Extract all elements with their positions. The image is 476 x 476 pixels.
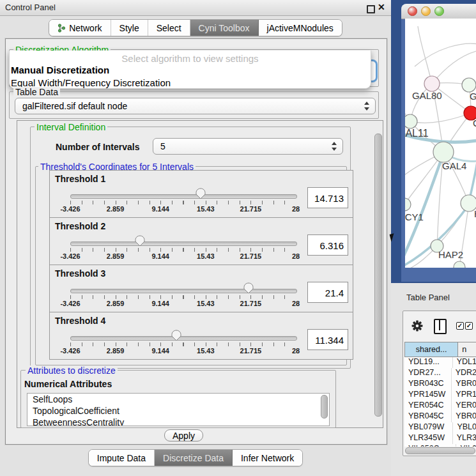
zoom-light[interactable] <box>434 6 444 16</box>
tab-style[interactable]: Style <box>111 20 148 36</box>
gear-icon[interactable] <box>411 320 423 332</box>
slider-ticks <box>70 201 296 204</box>
bottom-tabs: Impute DataDiscretize DataInfer Network <box>88 449 303 466</box>
attributes-group-title: Attributes to discretize <box>26 365 118 376</box>
checkbox-checked-icon[interactable]: ✓ <box>465 322 473 330</box>
scale-label: 2.859 <box>107 347 125 355</box>
popup-option[interactable]: Manual Discretization <box>10 64 371 77</box>
cell-name: YBL0 <box>452 422 476 433</box>
list-scrollbar[interactable] <box>321 395 328 418</box>
bottom-tab-row: Impute DataDiscretize DataInfer Network <box>0 449 391 466</box>
column-header-shared[interactable]: shared... <box>404 342 458 357</box>
network-canvas[interactable]: GAL80GAGAL11CGAL4GCY1HHAP2 <box>405 19 476 268</box>
slider-track[interactable] <box>70 242 297 246</box>
close-light[interactable] <box>408 6 417 16</box>
table-row[interactable]: YDL19...YDL1 <box>404 357 476 368</box>
network-node[interactable] <box>405 114 417 128</box>
network-node-label: HAP2 <box>438 249 463 260</box>
threshold-slider[interactable]: -3.4262.8599.14415.4321.71528 <box>70 265 296 312</box>
combo-stepper-icon[interactable] <box>364 102 369 111</box>
settings-scroll-panel: Interval Definition Number of Intervals … <box>17 120 383 428</box>
network-edge[interactable] <box>418 26 432 84</box>
threshold-value-field[interactable]: 21.4 <box>307 282 348 303</box>
threshold-value-field[interactable]: 11.344 <box>307 329 348 350</box>
top-tab-row: NetworkStyleSelectCyni ToolboxjActiveMNo… <box>0 19 391 36</box>
tab-jactivemnodules[interactable]: jActiveMNodules <box>259 20 342 36</box>
scale-label: 28 <box>292 252 300 260</box>
minimize-light[interactable] <box>421 6 431 16</box>
split-columns-icon[interactable] <box>434 319 447 334</box>
network-window-titlebar <box>401 4 476 19</box>
slider-scale-labels: -3.4262.8599.14415.4321.71528 <box>70 300 296 309</box>
app-screen: Control Panel ✕ NetworkStyleSelectCyni T… <box>0 0 476 476</box>
table-row[interactable]: YBR043CYBR0 <box>404 379 476 390</box>
table-row[interactable]: YIL052CYIL0 <box>404 444 476 447</box>
num-intervals-label: Number of Intervals <box>56 142 139 152</box>
table-row[interactable]: YER054CYER0 <box>404 401 476 411</box>
scale-label: 15.43 <box>197 205 215 213</box>
float-window-icon[interactable] <box>367 5 375 13</box>
popup-option[interactable]: Equal Width/Frequency Discretization <box>10 77 371 89</box>
column-header-name[interactable]: n <box>458 342 476 357</box>
tab-cyni-toolbox[interactable]: Cyni Toolbox <box>190 20 259 36</box>
cell-name: YIL0 <box>456 444 476 447</box>
threshold-slider[interactable]: -3.4262.8599.14415.4321.71528 <box>70 312 296 359</box>
tab-impute-data[interactable]: Impute Data <box>89 450 155 466</box>
attribute-list-item[interactable]: BetweennessCentrality <box>27 417 329 426</box>
attribute-list-item[interactable]: SelfLoops <box>27 394 329 405</box>
numerical-attributes-list[interactable]: SelfLoopsTopologicalCoefficientBetweenne… <box>27 393 330 426</box>
network-node-label: GCY1 <box>405 211 424 222</box>
network-node[interactable] <box>433 142 454 162</box>
scale-label: -3.426 <box>60 252 80 260</box>
network-node-label: GAL11 <box>405 128 429 139</box>
scale-label: 21.715 <box>240 347 262 355</box>
slider-thumb[interactable] <box>243 282 254 294</box>
slider-thumb[interactable] <box>171 330 181 341</box>
combo-stepper-icon[interactable] <box>332 142 337 151</box>
network-node[interactable] <box>454 261 465 268</box>
scale-label: 9.144 <box>151 205 169 213</box>
checkbox-checked-icon[interactable]: ✓ <box>456 322 464 330</box>
cell-shared-name: YDR27... <box>404 368 451 379</box>
slider-thumb[interactable] <box>135 235 145 247</box>
threshold-value-field[interactable]: 6.316 <box>307 234 348 256</box>
slider-track[interactable] <box>70 289 297 293</box>
attribute-list-item[interactable]: TopologicalCoefficient <box>27 405 329 417</box>
tab-discretize-data[interactable]: Discretize Data <box>155 450 233 466</box>
cell-name: YER0 <box>451 401 476 411</box>
network-edge[interactable] <box>405 267 459 268</box>
table-row[interactable]: YPR145WYPR1 <box>404 390 476 401</box>
table-panel-title: Table Panel <box>406 293 450 302</box>
threshold-slider[interactable]: -3.4262.8599.14415.4321.71528 <box>70 218 296 265</box>
slider-track[interactable] <box>70 336 297 341</box>
tab-infer-network[interactable]: Infer Network <box>233 450 302 466</box>
scale-label: -3.426 <box>60 347 80 355</box>
table-row[interactable]: YBL079WYBL0 <box>404 422 476 433</box>
threshold-value-field[interactable]: 14.713 <box>307 187 348 208</box>
table-horizontal-scrollbar[interactable] <box>405 447 475 454</box>
table-row[interactable]: YDR27...YDR2 <box>404 368 476 379</box>
slider-thumb[interactable] <box>196 188 206 199</box>
scale-label: 2.859 <box>107 252 125 260</box>
control-panel: Control Panel ✕ NetworkStyleSelectCyni T… <box>0 0 391 476</box>
table-row[interactable]: YLR345WYLR3 <box>404 433 476 444</box>
network-node[interactable] <box>405 198 411 211</box>
table-data-combo[interactable]: galFiltered.sif default node <box>15 98 376 114</box>
apply-button[interactable]: Apply <box>164 429 203 441</box>
table-header-row: shared... n <box>404 342 476 357</box>
network-edge[interactable] <box>410 113 471 123</box>
table-row[interactable]: YBR045CYBR0 <box>404 411 476 422</box>
threshold-slider[interactable]: -3.4262.8599.14415.4321.71528 <box>70 171 296 217</box>
slider-track[interactable] <box>70 194 297 199</box>
num-intervals-combo[interactable]: 5 <box>153 138 343 155</box>
cell-shared-name: YDL19... <box>404 357 452 368</box>
cell-shared-name: YBL079W <box>404 422 452 433</box>
panel-scrollbar[interactable] <box>374 134 382 417</box>
close-icon[interactable]: ✕ <box>378 2 385 12</box>
network-node[interactable] <box>424 76 440 91</box>
network-node[interactable] <box>462 78 476 92</box>
tab-network[interactable]: Network <box>49 20 111 36</box>
popup-prompt: Select algorithm to view settings <box>10 53 371 64</box>
tab-select[interactable]: Select <box>148 20 190 36</box>
cell-shared-name: YLR345W <box>404 433 452 444</box>
